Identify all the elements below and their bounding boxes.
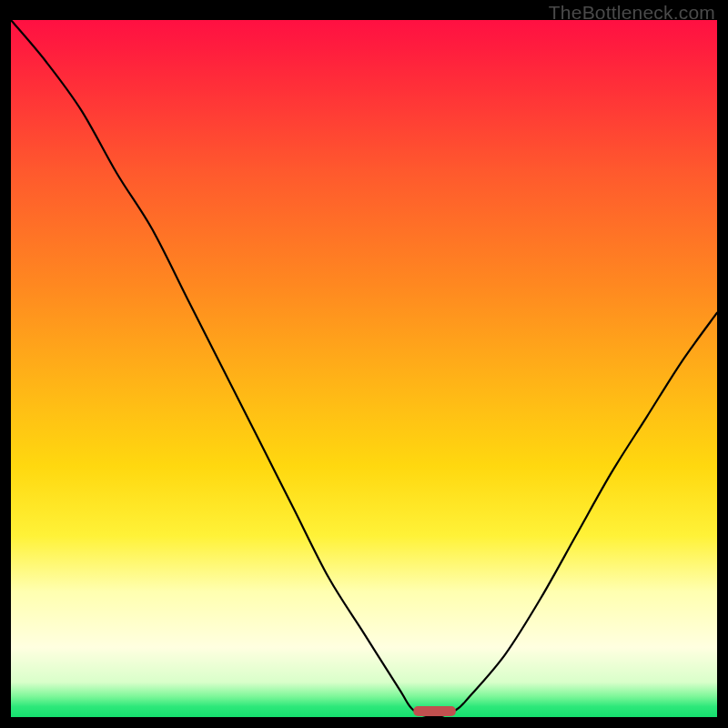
chart-svg bbox=[11, 20, 717, 717]
plot-area bbox=[11, 20, 717, 717]
optimum-marker bbox=[413, 706, 456, 716]
bottleneck-curve bbox=[11, 20, 717, 717]
chart-frame: TheBottleneck.com bbox=[0, 0, 728, 728]
